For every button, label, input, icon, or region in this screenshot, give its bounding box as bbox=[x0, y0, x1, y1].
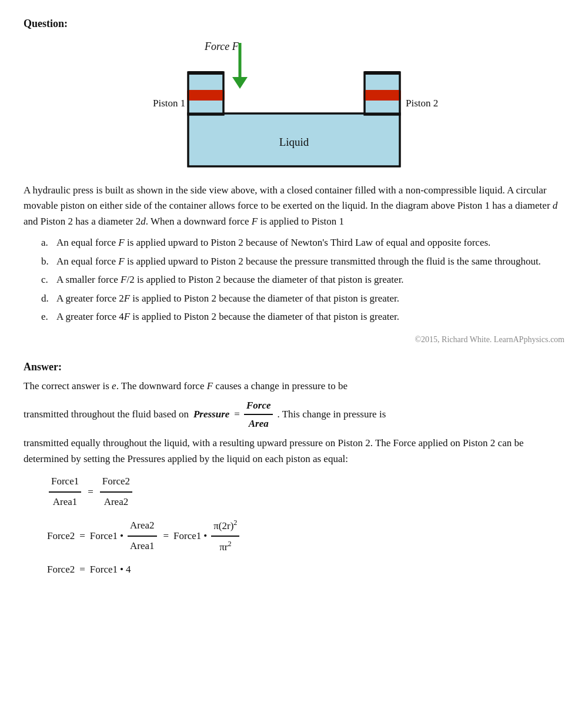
eq2-pi-fraction: π(2r)2 πr2 bbox=[211, 516, 239, 557]
option-c: c. A smaller force F/2 is applied to Pis… bbox=[41, 272, 564, 287]
svg-text:Piston 2: Piston 2 bbox=[406, 98, 438, 109]
pressure-fraction: Force Area bbox=[244, 397, 273, 431]
svg-rect-8 bbox=[187, 90, 225, 101]
equation-2: Force2 = Force1 • Area2 Area1 = Force1 •… bbox=[47, 516, 564, 557]
option-d: d. A greater force 2F is applied to Pist… bbox=[41, 291, 564, 306]
svg-text:Force F: Force F bbox=[204, 41, 239, 52]
question-label: Question: bbox=[24, 18, 564, 30]
eq1-rhs: Force2 Area2 bbox=[100, 473, 132, 511]
svg-text:Piston 1: Piston 1 bbox=[153, 98, 185, 109]
answer-pressure-line: transmitted throughout the fluid based o… bbox=[24, 397, 564, 431]
svg-text:Liquid: Liquid bbox=[279, 136, 309, 148]
svg-rect-15 bbox=[365, 71, 400, 75]
equation-1: Force1 Area1 = Force2 Area2 bbox=[47, 473, 564, 511]
eq2-area-fraction: Area2 Area1 bbox=[128, 517, 157, 555]
diagram-container: Force F Piston 1 Piston 2 Liquid bbox=[24, 37, 564, 172]
copyright: ©2015, Richard White. LearnAPphysics.com bbox=[24, 335, 564, 344]
question-body: A hydraulic press is built as shown in t… bbox=[24, 183, 564, 229]
answer-continued: transmitted equally throughout the liqui… bbox=[24, 435, 564, 467]
answer-label: Answer: bbox=[24, 361, 564, 373]
option-e: e. A greater force 4F is applied to Pist… bbox=[41, 309, 564, 324]
svg-rect-9 bbox=[363, 90, 401, 101]
answer-intro: The correct answer is e. The downward fo… bbox=[24, 378, 564, 394]
math-block: Force1 Area1 = Force2 Area2 Force2 = For… bbox=[47, 473, 564, 578]
option-b: b. An equal force F is applied upward to… bbox=[41, 254, 564, 269]
equation-3: Force2 = Force1 • 4 bbox=[47, 561, 564, 579]
svg-marker-2 bbox=[232, 77, 248, 89]
options-list: a. An equal force F is applied upward to… bbox=[41, 235, 564, 324]
svg-rect-14 bbox=[188, 71, 223, 75]
option-a: a. An equal force F is applied upward to… bbox=[41, 235, 564, 250]
eq1-lhs: Force1 Area1 bbox=[49, 473, 81, 511]
hydraulic-diagram: Force F Piston 1 Piston 2 Liquid bbox=[112, 37, 476, 172]
